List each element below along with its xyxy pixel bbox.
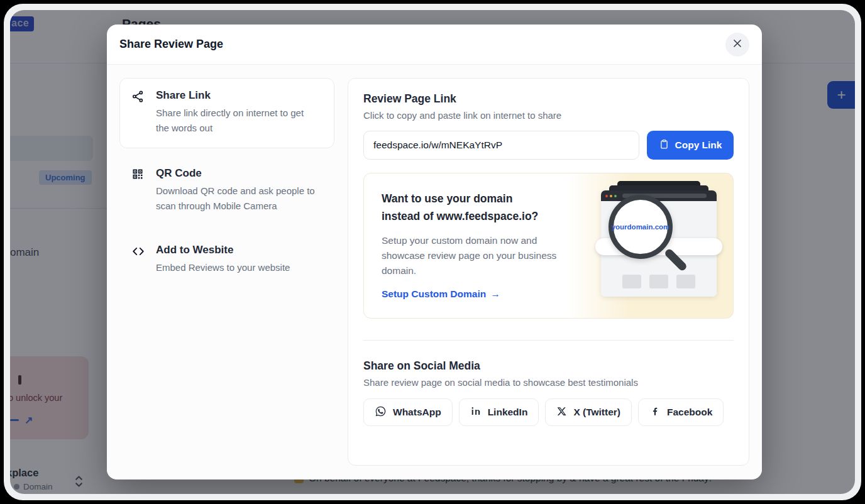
nav-item-add-to-website[interactable]: Add to Wesbite Embed Reviews to your web… <box>119 244 334 275</box>
nav-item-qr-code[interactable]: QR Code Download QR code and ask people … <box>119 167 334 214</box>
setup-custom-domain-link[interactable]: Setup Custom Domain → <box>382 288 500 300</box>
share-nodes-icon <box>131 89 146 136</box>
x-twitter-icon <box>556 406 567 419</box>
link-row: Copy Link <box>363 131 734 160</box>
share-review-modal: Share Review Page Share Link Share link … <box>107 25 762 479</box>
custom-domain-promo-card: Want to use your domain instead of www.f… <box>363 173 734 319</box>
link-section-heading: Review Page Link <box>363 92 734 106</box>
app-window: ace Pages Upcoming omain o unlock your ↗… <box>10 10 855 494</box>
arrow-right-icon: → <box>490 288 500 300</box>
social-buttons-row: WhatsApp LinkedIn X (Twitter) <box>363 398 734 426</box>
domain-promo-desc: Setup your custom domain now and showcas… <box>382 233 576 278</box>
review-link-input[interactable] <box>363 131 639 160</box>
share-link-panel: Review Page Link Click to copy and paste… <box>348 78 749 466</box>
close-icon <box>732 38 742 50</box>
linkedin-share-button[interactable]: LinkedIn <box>459 398 539 426</box>
copy-link-label: Copy Link <box>675 140 722 151</box>
nav-item-share-link[interactable]: Share Link Share link directly on intern… <box>119 78 334 148</box>
facebook-icon <box>649 405 661 419</box>
whatsapp-share-button[interactable]: WhatsApp <box>363 398 453 426</box>
copy-link-button[interactable]: Copy Link <box>647 131 734 160</box>
qr-code-icon <box>131 167 146 214</box>
whatsapp-icon <box>375 405 387 420</box>
domain-illustration: yourdomain.com <box>601 181 717 300</box>
modal-title: Share Review Page <box>119 38 223 51</box>
share-options-nav: Share Link Share link directly on intern… <box>119 78 334 466</box>
linkedin-icon <box>470 405 482 419</box>
your-domain-label: yourdomain.com <box>612 223 670 231</box>
browser-titlebar <box>601 190 717 201</box>
modal-body: Share Link Share link directly on intern… <box>107 65 762 479</box>
traffic-light-icons <box>605 195 617 197</box>
nav-item-desc: Embed Reviews to your website <box>156 260 290 275</box>
content-placeholder-blocks <box>601 275 717 288</box>
nav-item-desc: Download QR code and ask people to scan … <box>156 184 317 214</box>
section-divider <box>363 340 734 341</box>
link-section-sub: Click to copy and paste link on internet… <box>363 110 734 121</box>
clipboard-icon <box>659 139 669 152</box>
facebook-share-button[interactable]: Facebook <box>638 398 724 426</box>
magnifier-icon: yourdomain.com <box>609 195 673 259</box>
close-button[interactable] <box>725 33 749 57</box>
nav-item-title: Add to Wesbite <box>156 244 290 256</box>
social-section-heading: Share on Social Media <box>363 359 734 373</box>
social-section-sub: Share review page on social media to sho… <box>363 377 734 388</box>
nav-item-title: Share Link <box>156 89 317 102</box>
x-twitter-share-button[interactable]: X (Twitter) <box>545 398 632 426</box>
modal-header: Share Review Page <box>107 25 762 65</box>
code-icon <box>131 244 146 275</box>
nav-item-desc: Share link directly on internet to get t… <box>156 106 317 136</box>
nav-item-title: QR Code <box>156 167 317 180</box>
